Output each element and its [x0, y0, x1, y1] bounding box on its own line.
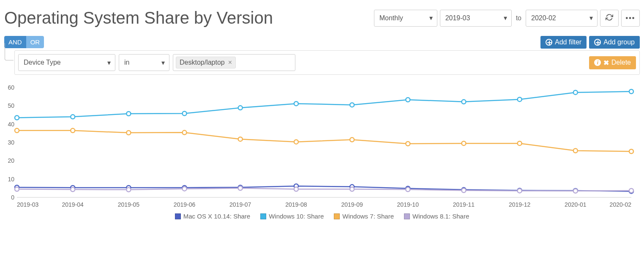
svg-point-54	[573, 149, 578, 153]
svg-point-55	[629, 149, 633, 153]
add-group-button[interactable]: Add group	[589, 36, 640, 49]
period-select-value: Monthly	[379, 14, 403, 22]
svg-point-65	[518, 189, 522, 193]
to-label: to	[514, 14, 523, 22]
svg-point-38	[350, 103, 354, 107]
svg-text:0: 0	[11, 194, 14, 201]
from-date-select[interactable]: 2019-03	[440, 10, 512, 27]
svg-point-64	[461, 189, 466, 193]
svg-text:50: 50	[8, 102, 14, 109]
svg-text:2019-04: 2019-04	[62, 201, 84, 208]
svg-point-47	[183, 131, 187, 135]
filter-value-input[interactable]: Desktop/laptop ×	[173, 54, 295, 71]
svg-point-66	[573, 189, 578, 193]
legend-item-win81[interactable]: Windows 8.1: Share	[404, 213, 469, 220]
filter-field-select[interactable]: Device Type	[18, 54, 115, 71]
svg-text:2019-03: 2019-03	[17, 201, 39, 208]
filter-tag-label: Desktop/laptop	[180, 59, 225, 66]
legend-swatch	[260, 213, 266, 219]
svg-text:30: 30	[8, 139, 14, 146]
delete-filter-button[interactable]: ✖ Delete	[589, 56, 636, 69]
add-filter-label: Add filter	[555, 38, 581, 46]
svg-point-52	[461, 141, 466, 145]
svg-point-39	[406, 98, 410, 102]
legend-label: Mac OS X 10.14: Share	[183, 213, 250, 220]
svg-text:2020-02: 2020-02	[610, 201, 632, 208]
svg-point-61	[294, 187, 298, 191]
legend-item-mac[interactable]: Mac OS X 10.14: Share	[175, 213, 250, 220]
add-filter-button[interactable]: Add filter	[540, 36, 587, 49]
svg-point-60	[238, 186, 243, 190]
ellipsis-icon: •••	[626, 14, 636, 22]
remove-tag-icon[interactable]: ×	[228, 59, 232, 66]
filter-field-value: Device Type	[24, 59, 61, 66]
svg-point-63	[406, 187, 410, 191]
svg-text:2019-09: 2019-09	[341, 201, 363, 208]
svg-text:10: 10	[8, 176, 14, 183]
plus-icon	[594, 39, 601, 46]
legend-swatch	[334, 213, 340, 219]
more-button[interactable]: •••	[621, 10, 640, 27]
svg-point-62	[350, 187, 354, 191]
svg-point-46	[126, 131, 131, 135]
svg-text:2019-10: 2019-10	[397, 201, 419, 208]
add-group-label: Add group	[603, 38, 635, 46]
legend-item-win7[interactable]: Windows 7: Share	[334, 213, 394, 220]
refresh-button[interactable]	[600, 10, 619, 27]
svg-point-67	[629, 189, 633, 193]
chart: 01020304050602019-032019-042019-052019-0…	[4, 83, 640, 220]
page-title: Operating System Share by Version	[4, 8, 273, 27]
filter-operator-select[interactable]: in	[119, 54, 169, 71]
svg-text:2020-01: 2020-01	[565, 201, 587, 208]
legend-label: Windows 7: Share	[342, 213, 394, 220]
svg-point-45	[71, 128, 75, 133]
legend: Mac OS X 10.14: Share Windows 10: Share …	[4, 213, 640, 220]
svg-point-42	[573, 90, 578, 95]
svg-point-43	[629, 90, 633, 94]
svg-point-58	[126, 188, 131, 192]
header: Operating System Share by Version Monthl…	[4, 4, 640, 36]
filter-row: Device Type in Desktop/laptop × ✖ Delete	[14, 50, 640, 75]
filter-operator-value: in	[124, 59, 129, 66]
from-date-value: 2019-03	[445, 14, 470, 22]
svg-point-50	[350, 138, 354, 142]
svg-text:2019-11: 2019-11	[453, 201, 475, 208]
svg-point-41	[518, 97, 522, 101]
svg-point-57	[71, 187, 75, 191]
svg-point-36	[238, 106, 243, 110]
legend-label: Windows 10: Share	[269, 213, 324, 220]
svg-point-44	[15, 128, 19, 133]
filter-bar: AND OR Add filter Add group	[4, 36, 640, 49]
logic-or[interactable]: OR	[26, 36, 44, 48]
svg-text:2019-07: 2019-07	[229, 201, 251, 208]
to-date-select[interactable]: 2020-02	[526, 10, 598, 27]
filter-actions: Add filter Add group	[540, 36, 640, 49]
svg-text:60: 60	[8, 84, 14, 91]
svg-text:2019-12: 2019-12	[509, 201, 531, 208]
svg-text:2019-08: 2019-08	[285, 201, 307, 208]
svg-point-37	[294, 101, 298, 106]
legend-swatch	[404, 213, 410, 219]
legend-item-win10[interactable]: Windows 10: Share	[260, 213, 324, 220]
svg-point-59	[183, 187, 187, 191]
refresh-icon	[606, 14, 613, 23]
chart-svg: 01020304050602019-032019-042019-052019-0…	[4, 83, 640, 210]
legend-swatch	[175, 213, 181, 219]
filter-tag: Desktop/laptop ×	[176, 57, 236, 68]
legend-label: Windows 8.1: Share	[412, 213, 469, 220]
svg-text:2019-05: 2019-05	[118, 201, 140, 208]
svg-text:20: 20	[8, 157, 14, 164]
svg-point-51	[406, 142, 410, 146]
delete-label: Delete	[611, 59, 631, 66]
to-date-value: 2020-02	[531, 14, 556, 22]
svg-point-53	[518, 141, 522, 145]
svg-point-40	[461, 100, 466, 104]
svg-text:2019-06: 2019-06	[174, 201, 196, 208]
date-controls: Monthly 2019-03 to 2020-02 •••	[374, 10, 640, 27]
svg-point-32	[15, 116, 19, 120]
close-icon: ✖	[603, 59, 609, 67]
period-select[interactable]: Monthly	[374, 10, 437, 27]
svg-point-49	[294, 140, 298, 144]
info-icon	[594, 59, 601, 66]
filter-row-left: Device Type in Desktop/laptop ×	[18, 54, 295, 71]
